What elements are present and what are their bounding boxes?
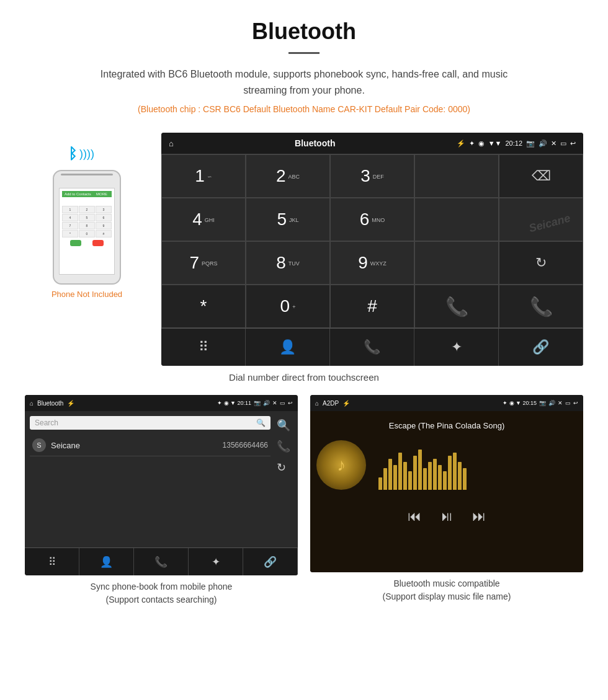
status-right: ⚡ ✦ ◉ ▼▼ 20:12 📷 🔊 ✕ ▭ ↩	[457, 140, 576, 148]
pb-nav-link[interactable]: 🔗	[243, 548, 298, 575]
contact-name: Seicane	[51, 441, 223, 450]
status-title: Bluetooth	[295, 138, 335, 148]
phonebook-screenshot: ⌂ Bluetooth ⚡ ✦ ◉ ▼ 20:11 📷 🔊 ✕ ▭ ↩	[25, 395, 298, 606]
pb-nav-call[interactable]: 📞	[134, 548, 189, 575]
dial-key-3[interactable]: 3DEF	[330, 154, 414, 198]
nav-call-btn[interactable]: 📞	[330, 329, 414, 366]
viz-bar	[453, 453, 457, 490]
bt-signal: ᛒ ))))	[68, 145, 94, 162]
page-header: Bluetooth Integrated with BC6 Bluetooth …	[0, 0, 608, 133]
nav-contacts-btn[interactable]: 👤	[246, 329, 330, 366]
prev-track-btn[interactable]: ⏮	[408, 508, 421, 525]
dial-empty-4	[414, 241, 499, 285]
ms-home-icon[interactable]: ⌂	[315, 400, 319, 407]
dial-key-7[interactable]: 7PQRS	[161, 241, 246, 285]
close-icon[interactable]: ✕	[551, 140, 557, 148]
dial-key-6[interactable]: 6MNO	[330, 198, 414, 241]
dial-key-9[interactable]: 9WXYZ	[330, 241, 414, 285]
ms-close-icon[interactable]: ✕	[558, 400, 563, 406]
phonebook-status-bar: ⌂ Bluetooth ⚡ ✦ ◉ ▼ 20:11 📷 🔊 ✕ ▭ ↩	[25, 395, 298, 411]
phonebook-screen-frame: ⌂ Bluetooth ⚡ ✦ ◉ ▼ 20:11 📷 🔊 ✕ ▭ ↩	[25, 395, 298, 575]
contact-avatar: S	[32, 438, 46, 452]
music-center: ♪	[316, 440, 577, 490]
redial-icon: ↻	[535, 255, 547, 271]
dial-empty-1	[414, 154, 499, 198]
home-icon[interactable]: ⌂	[169, 139, 174, 148]
pb-vol-icon: 🔊	[263, 400, 270, 406]
pb-home-icon[interactable]: ⌂	[30, 400, 34, 407]
location-icon: ◉	[478, 140, 485, 148]
dial-call-red[interactable]: 📞	[499, 285, 583, 328]
nav-link-btn[interactable]: 🔗	[499, 329, 583, 366]
phone-keypad-mini: 123 456 789 *0#	[62, 206, 112, 237]
dial-key-5[interactable]: 5JKL	[246, 198, 330, 241]
call-red-icon: 📞	[530, 296, 553, 317]
music-note-icon: ♪	[337, 455, 346, 475]
list-item[interactable]: S Seicane 13566664466	[30, 435, 270, 456]
phone-screen-header: Add to Contacts MORE	[62, 191, 112, 197]
dial-redial[interactable]: ↻	[499, 241, 583, 285]
call-side-icon[interactable]: 📞	[277, 440, 290, 453]
nav-bt-btn[interactable]: ✦	[414, 329, 499, 366]
music-status-right: ✦ ◉ ▼ 20:15 📷 🔊 ✕ ▭ ↩	[503, 400, 578, 406]
phonebook-caption: Sync phone-book from mobile phone(Suppor…	[25, 580, 298, 606]
contact-number: 13566664466	[223, 441, 268, 450]
dial-backspace[interactable]: ⌫	[499, 154, 583, 198]
viz-bar	[443, 471, 447, 490]
dial-key-0[interactable]: 0+	[246, 285, 330, 328]
viz-bar	[408, 471, 412, 490]
dial-key-2[interactable]: 2ABC	[246, 154, 330, 198]
viz-bar	[413, 456, 417, 490]
ms-back-icon[interactable]: ↩	[573, 400, 578, 406]
pb-back-icon[interactable]: ↩	[288, 400, 293, 406]
phonebook-status-right: ✦ ◉ ▼ 20:11 📷 🔊 ✕ ▭ ↩	[217, 400, 293, 406]
viz-bar	[438, 465, 442, 490]
music-visualizer	[378, 440, 577, 490]
music-status-bar: ⌂ A2DP ⚡ ✦ ◉ ▼ 20:15 📷 🔊 ✕ ▭ ↩	[310, 395, 583, 411]
phonebook-side-icons: 🔍 📞 ↻	[274, 416, 293, 477]
phonebook-list: Search 🔍 S Seicane 13566664466	[30, 416, 270, 477]
dial-empty-2	[414, 198, 499, 241]
search-placeholder: Search	[35, 419, 58, 427]
next-track-btn[interactable]: ⏭	[472, 508, 486, 525]
pb-title: Bluetooth	[37, 400, 63, 407]
ms-vol-icon: 🔊	[548, 400, 555, 406]
music-screen-frame: ⌂ A2DP ⚡ ✦ ◉ ▼ 20:15 📷 🔊 ✕ ▭ ↩ Escape (T…	[310, 395, 583, 572]
pb-nav-bt[interactable]: ✦	[189, 548, 243, 575]
call-green-icon: 📞	[445, 296, 468, 317]
pb-nav-contacts[interactable]: 👤	[79, 548, 134, 575]
dial-key-hash[interactable]: #	[330, 285, 414, 328]
nav-dialpad-btn[interactable]: ⠿	[161, 329, 246, 366]
viz-bar	[398, 453, 402, 490]
viz-bar	[428, 462, 432, 490]
pb-close-icon[interactable]: ✕	[272, 400, 277, 406]
viz-bar	[448, 456, 452, 490]
search-side-icon[interactable]: 🔍	[277, 419, 290, 432]
back-icon[interactable]: ↩	[570, 140, 576, 148]
dial-key-star[interactable]: *	[161, 285, 246, 328]
dial-key-8[interactable]: 8TUV	[246, 241, 330, 285]
dial-key-1[interactable]: 1∽	[161, 154, 246, 198]
search-bar[interactable]: Search 🔍	[30, 416, 270, 430]
phone-screen-contact	[62, 197, 112, 203]
music-controls: ⏮ ⏯ ⏭	[316, 508, 577, 525]
viz-bar	[433, 459, 437, 490]
music-caption: Bluetooth music compatible(Support displ…	[310, 577, 583, 603]
phonebook-status-left: ⌂ Bluetooth ⚡	[30, 400, 74, 407]
pb-nav-dialpad[interactable]: ⠿	[25, 548, 79, 575]
bluetooth-specs: (Bluetooth chip : CSR BC6 Default Blueto…	[12, 104, 596, 114]
refresh-side-icon[interactable]: ↻	[277, 461, 290, 474]
phone-graphic: ᛒ )))) Add to Contacts MORE 123 456	[25, 133, 149, 299]
search-icon: 🔍	[256, 419, 266, 427]
camera-icon: 📷	[526, 140, 535, 148]
dial-key-4[interactable]: 4GHI	[161, 198, 246, 241]
music-song-title: Escape (The Pina Colada Song)	[389, 421, 504, 430]
ms-win-icon: ▭	[565, 400, 571, 406]
phone-bottom-buttons	[62, 237, 112, 249]
phone-not-included-label: Phone Not Included	[51, 290, 122, 299]
dial-call-green[interactable]: 📞	[414, 285, 499, 328]
phonebook-content: Search 🔍 S Seicane 13566664466 🔍 📞 ↻	[25, 411, 298, 547]
play-pause-btn[interactable]: ⏯	[440, 508, 454, 525]
bottom-screenshots: ⌂ Bluetooth ⚡ ✦ ◉ ▼ 20:11 📷 🔊 ✕ ▭ ↩	[0, 395, 608, 606]
viz-bar	[458, 462, 462, 490]
